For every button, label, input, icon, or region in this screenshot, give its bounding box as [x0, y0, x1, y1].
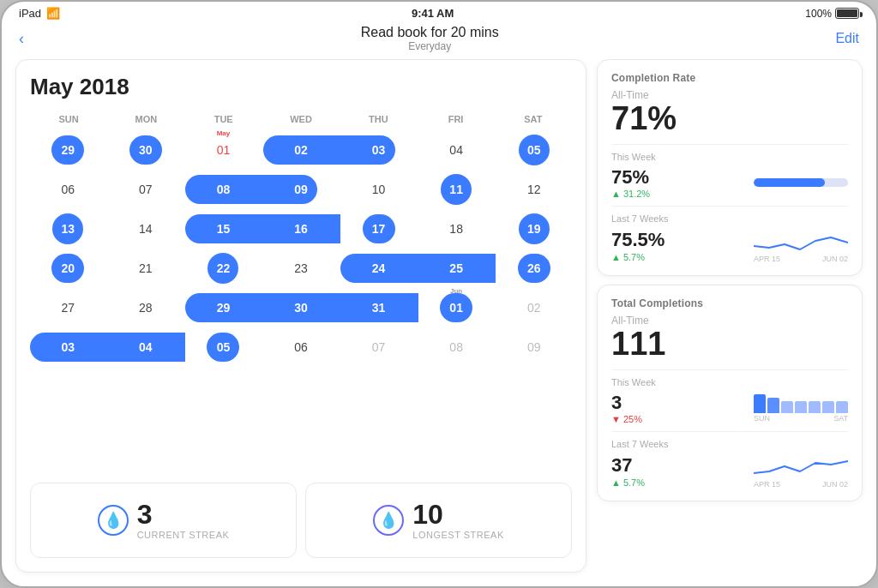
- bar-thu: [809, 401, 821, 413]
- day-cell[interactable]: 31: [340, 291, 417, 324]
- battery-fill: [837, 9, 857, 17]
- day-cell[interactable]: 19: [496, 213, 572, 245]
- total-completions-title: Total Completions: [611, 297, 848, 309]
- day-cell[interactable]: Jun 01: [418, 291, 495, 324]
- bar-mon: [767, 398, 779, 413]
- completions-line-svg: [754, 454, 848, 478]
- bar-tue: [781, 401, 793, 413]
- day-cell[interactable]: 04: [418, 134, 495, 166]
- week-row-1: 29 30 May 01 02 03 04 05: [30, 131, 572, 169]
- bar-sat: [836, 401, 848, 413]
- completion-last7-section: Last 7 Weeks 75.5% ▲ 5.7% APR 15: [611, 213, 848, 263]
- week-row-6: 03 04 05 06 07 08 09: [30, 328, 572, 366]
- day-cell[interactable]: 05: [496, 134, 572, 166]
- day-cell[interactable]: 24: [340, 252, 417, 285]
- battery-label: 100%: [805, 8, 832, 20]
- day-cell[interactable]: 26: [496, 252, 572, 285]
- completions-alltime-section: All-Time 111: [611, 315, 848, 363]
- completion-line-chart: APR 15 JUN 02: [754, 229, 848, 263]
- day-cell[interactable]: 23: [263, 252, 340, 285]
- nav-title: Read book for 20 mins: [361, 25, 499, 40]
- completions-last7-label: Last 7 Weeks: [611, 439, 848, 449]
- day-cell[interactable]: 29: [185, 291, 262, 324]
- nav-bar: ‹ Read book for 20 mins Everyday Edit: [2, 21, 876, 59]
- day-cell[interactable]: 02: [263, 134, 340, 166]
- day-cell[interactable]: 06: [263, 331, 340, 363]
- day-cell[interactable]: 13: [30, 213, 106, 245]
- day-cell[interactable]: 08: [418, 331, 495, 363]
- day-cell[interactable]: 16: [263, 213, 340, 245]
- nav-subtitle: Everyday: [361, 40, 499, 52]
- day-cell[interactable]: 07: [108, 173, 184, 206]
- day-cell[interactable]: 06: [30, 173, 106, 206]
- chart-end-label: JUN 02: [822, 255, 848, 263]
- stats-panel: Completion Rate All-Time 71% This Week 7…: [597, 59, 863, 573]
- current-streak-label: CURRENT STREAK: [137, 530, 230, 540]
- day-cell[interactable]: 09: [496, 331, 572, 363]
- day-cell[interactable]: 30: [108, 134, 184, 166]
- completion-rate-card: Completion Rate All-Time 71% This Week 7…: [597, 59, 863, 276]
- line-chart-svg: [754, 229, 848, 253]
- day-header-fri: FRI: [417, 112, 494, 126]
- day-cell[interactable]: May 01: [185, 134, 262, 166]
- day-cell[interactable]: 17: [340, 213, 417, 245]
- completion-week-bar: [754, 178, 848, 187]
- bar-wed: [795, 401, 807, 413]
- status-time: 9:41 AM: [412, 7, 454, 20]
- wifi-icon: 📶: [46, 7, 60, 20]
- back-button[interactable]: ‹: [19, 30, 24, 48]
- device-label: iPad: [19, 7, 41, 20]
- day-cell[interactable]: 18: [418, 213, 495, 245]
- day-cell[interactable]: 30: [263, 291, 340, 324]
- day-header-mon: MON: [107, 112, 184, 126]
- day-cell[interactable]: 20: [30, 252, 106, 285]
- edit-button[interactable]: Edit: [835, 31, 859, 46]
- day-cell[interactable]: 29: [30, 134, 106, 166]
- day-cell[interactable]: 07: [340, 331, 417, 363]
- day-cell[interactable]: 28: [108, 291, 184, 324]
- day-cell[interactable]: 15: [185, 213, 262, 245]
- comp-chart-end: JUN 02: [822, 480, 848, 489]
- completions-bar-chart: [754, 394, 848, 413]
- day-cell[interactable]: 04: [108, 331, 184, 363]
- completion-week-label: This Week: [611, 152, 848, 162]
- status-left: iPad 📶: [19, 7, 60, 20]
- day-cell[interactable]: 27: [30, 291, 106, 324]
- completions-bar-chart-wrap: SUN SAT: [754, 394, 848, 423]
- day-cell[interactable]: 21: [108, 252, 184, 285]
- completions-last7-row: 37 ▲ 5.7% APR 15 JUN 02: [611, 454, 848, 489]
- completion-last7-left: 75.5% ▲ 5.7%: [611, 230, 665, 261]
- day-cell[interactable]: 10: [340, 173, 417, 206]
- completions-chart-labels: APR 15 JUN 02: [754, 480, 848, 489]
- day-cell[interactable]: 08: [185, 173, 262, 206]
- day-cell[interactable]: 05: [185, 331, 262, 363]
- bar-start-label: SUN: [754, 414, 770, 423]
- day-header-sat: SAT: [495, 112, 572, 126]
- day-headers: SUN MON TUE WED THU FRI SAT: [30, 112, 572, 126]
- current-streak-num: 3: [137, 501, 153, 528]
- completion-week-left: 75% ▲ 31.2%: [611, 167, 650, 199]
- week-row-2: 06 07 08 09 10 11 12: [30, 171, 572, 208]
- nav-center: Read book for 20 mins Everyday: [361, 25, 499, 52]
- day-cell[interactable]: 22: [185, 252, 262, 285]
- completion-alltime-label: All-Time: [611, 89, 848, 101]
- comp-chart-start: APR 15: [754, 480, 780, 489]
- day-header-sun: SUN: [30, 112, 107, 126]
- longest-streak-info: 10 LONGEST STREAK: [412, 501, 503, 540]
- day-cell[interactable]: 25: [418, 252, 495, 285]
- longest-streak-num: 10: [412, 501, 443, 528]
- current-streak-info: 3 CURRENT STREAK: [137, 501, 230, 540]
- day-cell[interactable]: 11: [418, 173, 495, 206]
- completion-week-val: 75%: [611, 167, 650, 188]
- day-header-thu: THU: [340, 112, 417, 126]
- day-cell[interactable]: 03: [30, 331, 106, 363]
- chart-start-label: APR 15: [754, 255, 780, 263]
- status-right: 100%: [805, 8, 859, 20]
- day-cell[interactable]: 12: [496, 173, 572, 206]
- device-frame: iPad 📶 9:41 AM 100% ‹ Read book for 20 m…: [0, 0, 878, 588]
- day-cell[interactable]: 14: [108, 213, 184, 245]
- day-cell[interactable]: 02: [496, 291, 572, 324]
- completion-week-delta: ▲ 31.2%: [611, 189, 650, 199]
- status-bar: iPad 📶 9:41 AM 100%: [2, 2, 876, 21]
- current-streak-card: 💧 3 CURRENT STREAK: [30, 483, 297, 558]
